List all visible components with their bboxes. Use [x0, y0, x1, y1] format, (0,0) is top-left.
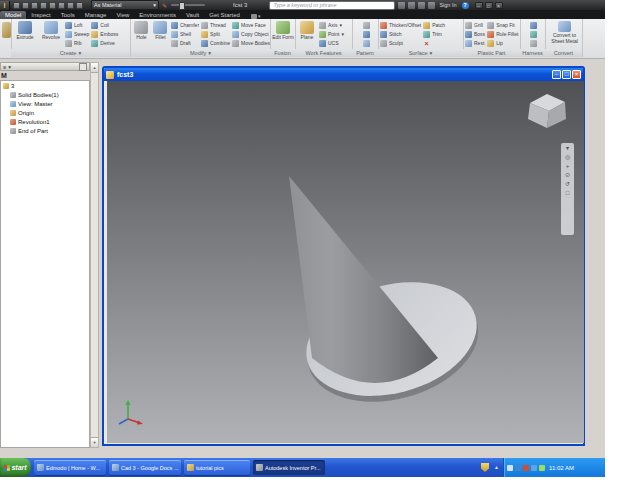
edit-form-button[interactable]: Edit Form	[272, 20, 294, 41]
undo-icon[interactable]	[40, 2, 47, 9]
copy-object-button[interactable]: Copy Object	[232, 30, 270, 38]
minimize-button[interactable]: –	[475, 2, 483, 9]
move-face-button[interactable]: Move Face	[232, 21, 270, 29]
document-titlebar[interactable]: fcst3 – □ ×	[104, 68, 583, 81]
loft-button[interactable]: Loft	[65, 21, 89, 29]
material-dropdown[interactable]: As Material ▾	[91, 0, 159, 10]
scroll-up-icon[interactable]: ▲	[91, 63, 98, 73]
zoom-icon[interactable]: ⊙	[565, 172, 570, 178]
select-icon[interactable]	[76, 2, 83, 9]
security-shield-icon[interactable]	[481, 463, 489, 472]
tab-manage[interactable]: Manage	[80, 11, 112, 19]
look-at-icon[interactable]: □	[566, 190, 570, 196]
chamfer-button[interactable]: Chamfer	[171, 21, 199, 29]
sign-in-link[interactable]: Sign In	[439, 2, 456, 8]
tab-inspect[interactable]: Inspect	[26, 11, 55, 19]
steering-wheel-icon[interactable]: ◎	[565, 154, 570, 160]
update-icon[interactable]	[67, 2, 74, 9]
lip-button[interactable]: Lip	[487, 39, 518, 47]
sketch-icon[interactable]	[2, 22, 11, 38]
plane-button[interactable]: Plane	[297, 20, 317, 41]
modify-panel-label[interactable]: Modify▾	[131, 49, 270, 57]
help-icon[interactable]: ?	[462, 2, 469, 9]
search-input[interactable]	[269, 1, 395, 10]
tab-view[interactable]: View	[111, 11, 134, 19]
doc-close-button[interactable]: ×	[572, 70, 581, 79]
save-icon[interactable]	[31, 2, 38, 9]
harness-route-button[interactable]	[530, 21, 537, 29]
rectangular-pattern-button[interactable]	[363, 21, 370, 29]
taskbar-button-tutorial-pics[interactable]: tutorial pics	[184, 460, 250, 475]
new-icon[interactable]	[13, 2, 20, 9]
scroll-down-icon[interactable]: ▼	[91, 437, 98, 447]
tray-volume-icon[interactable]	[507, 465, 513, 471]
circular-pattern-button[interactable]	[363, 30, 370, 38]
start-button[interactable]: start	[0, 458, 31, 477]
coil-button[interactable]: Coil	[91, 21, 118, 29]
revolve-button[interactable]: Revolve	[39, 20, 63, 41]
pan-icon[interactable]: +	[566, 163, 570, 169]
taskbar-button-edmodo[interactable]: Edmodo | Home - W...	[34, 460, 106, 475]
tree-root[interactable]: 3	[1, 81, 89, 90]
delete-face-button[interactable]: ×	[423, 39, 445, 47]
trim-button[interactable]: Trim	[423, 30, 445, 38]
fillet-button[interactable]: Fillet	[152, 20, 169, 41]
create-panel-label[interactable]: Create▾	[11, 49, 130, 57]
rib-button[interactable]: Rib	[65, 39, 89, 47]
harness-wire-button[interactable]	[530, 39, 537, 47]
appearance-pen-icon[interactable]: ✎	[162, 2, 167, 9]
slider-knob[interactable]	[179, 2, 185, 10]
close-button[interactable]: ×	[495, 2, 503, 9]
communication-center-icon[interactable]	[408, 2, 415, 9]
tab-vault[interactable]: Vault	[181, 11, 204, 19]
maximize-button[interactable]: □	[485, 2, 493, 9]
tree-item-origin[interactable]: Origin	[1, 108, 89, 117]
extrude-button[interactable]: Extrude	[13, 20, 37, 41]
tree-item-revolution1[interactable]: Revolution1	[1, 117, 89, 126]
move-bodies-button[interactable]: Move Bodies	[232, 39, 270, 47]
pin-icon[interactable]	[79, 63, 87, 71]
tree-item-view-master[interactable]: View: Master	[1, 99, 89, 108]
sculpt-button[interactable]: Sculpt	[380, 39, 421, 47]
tab-get-started[interactable]: Get Started	[204, 11, 245, 19]
stitch-button[interactable]: Stitch	[380, 30, 421, 38]
patch-button[interactable]: Patch	[423, 21, 445, 29]
axis-button[interactable]: Axis▾	[319, 21, 344, 29]
convert-to-sheet-metal-button[interactable]: Convert to Sheet Metal	[547, 20, 583, 44]
derive-button[interactable]: Derive	[91, 39, 118, 47]
split-button[interactable]: Split	[201, 30, 230, 38]
tray-app-icon[interactable]	[531, 465, 537, 471]
tree-item-end-of-part[interactable]: End of Part	[1, 126, 89, 135]
sweep-button[interactable]: Sweep	[65, 30, 89, 38]
tray-antivirus-icon[interactable]	[539, 465, 545, 471]
thicken-offset-button[interactable]: Thicken/Offset	[380, 21, 421, 29]
harness-segment-button[interactable]	[530, 30, 537, 38]
tab-environments[interactable]: Environments	[134, 11, 181, 19]
tree-item-solid-bodies[interactable]: Solid Bodies(1)	[1, 90, 89, 99]
browser-header[interactable]: ≡ ▾	[0, 62, 90, 71]
doc-maximize-button[interactable]: □	[562, 70, 571, 79]
redo-icon[interactable]	[49, 2, 56, 9]
grill-button[interactable]: Grill	[465, 21, 485, 29]
emboss-button[interactable]: Emboss	[91, 30, 118, 38]
3d-viewport[interactable]: ▾ ◎ + ⊙ ↺ □	[107, 81, 584, 443]
snap-fit-button[interactable]: Snap Fit	[487, 21, 518, 29]
rest-button[interactable]: Rest	[465, 39, 485, 47]
combine-button[interactable]: Combine	[201, 39, 230, 47]
tray-expand-icon[interactable]: ▲	[494, 464, 499, 470]
tray-alert-icon[interactable]	[523, 465, 529, 471]
surface-panel-label[interactable]: Surface▾	[378, 49, 463, 57]
orbit-icon[interactable]: ↺	[565, 181, 570, 187]
print-icon[interactable]	[58, 2, 65, 9]
favorites-icon[interactable]	[418, 2, 425, 9]
point-button[interactable]: Point▾	[319, 30, 344, 38]
draft-button[interactable]: Draft	[171, 39, 199, 47]
shell-button[interactable]: Shell	[171, 30, 199, 38]
viewcube[interactable]	[520, 89, 572, 135]
tab-tools[interactable]: Tools	[56, 11, 80, 19]
taskbar-button-inventor[interactable]: Autodesk Inventor Pr...	[253, 460, 325, 475]
taskbar-button-google-docs[interactable]: Cad 3 - Google Docs ...	[109, 460, 181, 475]
boss-button[interactable]: Boss	[465, 30, 485, 38]
tab-model[interactable]: Model	[0, 11, 26, 19]
browser-scrollbar[interactable]: ▲ ▼	[90, 62, 99, 448]
